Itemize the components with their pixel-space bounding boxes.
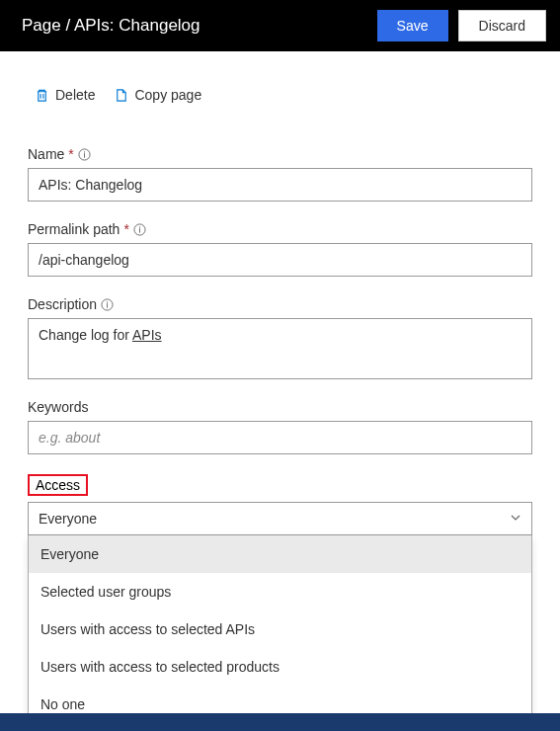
copy-page-action[interactable]: Copy page <box>113 87 201 103</box>
permalink-input[interactable] <box>28 243 532 277</box>
name-label: Name * <box>28 146 532 162</box>
description-field-group: Description Change log for APIs <box>28 296 532 379</box>
access-option-selected-apis[interactable]: Users with access to selected APIs <box>29 610 531 648</box>
permalink-label: Permalink path * <box>28 221 532 237</box>
name-field-group: Name * <box>28 146 532 202</box>
access-dropdown-options: Everyone Selected user groups Users with… <box>28 535 532 724</box>
access-option-selected-products[interactable]: Users with access to selected products <box>29 648 531 686</box>
info-icon[interactable] <box>101 298 114 311</box>
access-option-selected-groups[interactable]: Selected user groups <box>29 573 531 610</box>
copy-icon <box>113 87 128 103</box>
info-icon[interactable] <box>78 148 91 161</box>
header-buttons: Save Discard <box>377 10 546 41</box>
content-area: Delete Copy page Name * <box>0 51 560 724</box>
chevron-down-icon <box>510 511 521 527</box>
access-option-everyone[interactable]: Everyone <box>29 535 531 573</box>
permalink-field-group: Permalink path * <box>28 221 532 277</box>
delete-action[interactable]: Delete <box>34 87 95 103</box>
access-field-group: Access Everyone Everyone Selected user g… <box>28 474 532 724</box>
keywords-field-group: Keywords <box>28 399 532 454</box>
name-input[interactable] <box>28 168 532 202</box>
keywords-input[interactable] <box>28 421 532 454</box>
access-label: Access <box>28 474 88 496</box>
page-header: Page / APIs: Changelog Save Discard <box>0 0 560 51</box>
required-indicator: * <box>68 146 73 162</box>
info-icon[interactable] <box>133 223 146 236</box>
trash-icon <box>34 87 49 103</box>
copy-label: Copy page <box>134 87 201 103</box>
delete-label: Delete <box>55 87 95 103</box>
access-selected-value: Everyone <box>39 511 97 527</box>
description-textarea[interactable]: Change log for APIs <box>28 318 532 379</box>
description-label: Description <box>28 296 532 312</box>
keywords-label: Keywords <box>28 399 532 415</box>
access-label-wrapper: Access <box>28 474 532 502</box>
discard-button[interactable]: Discard <box>458 10 546 41</box>
access-dropdown[interactable]: Everyone <box>28 502 532 535</box>
save-button[interactable]: Save <box>377 10 448 41</box>
action-bar: Delete Copy page <box>28 87 532 103</box>
required-indicator: * <box>123 221 128 237</box>
footer-bar <box>0 713 560 731</box>
page-title: Page / APIs: Changelog <box>22 16 200 36</box>
